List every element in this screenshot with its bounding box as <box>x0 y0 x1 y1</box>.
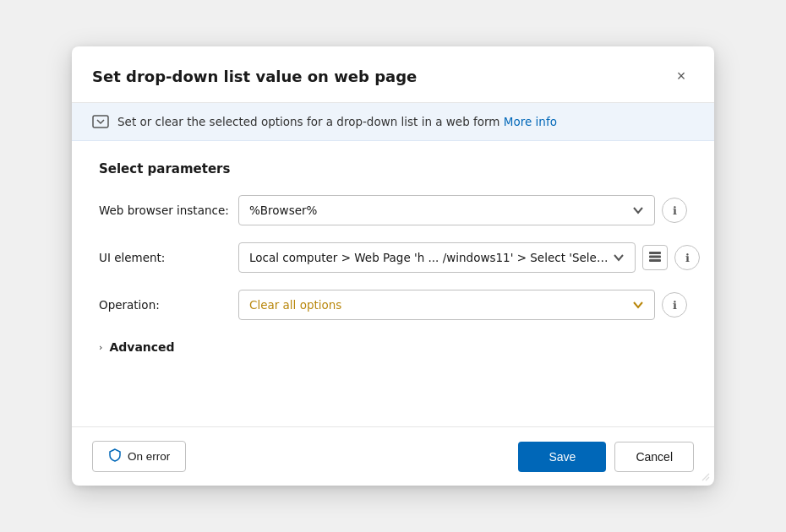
advanced-label: Advanced <box>109 340 174 354</box>
dialog-body: Select parameters Web browser instance: … <box>72 141 714 426</box>
info-banner: Set or clear the selected options for a … <box>72 103 714 141</box>
dialog-footer: On error Save Cancel <box>72 426 714 486</box>
on-error-button[interactable]: On error <box>92 441 186 472</box>
ui-element-info-button[interactable]: ℹ <box>674 245 700 270</box>
svg-line-5 <box>706 477 709 480</box>
advanced-chevron-icon: › <box>99 342 102 353</box>
stack-icon <box>648 251 662 265</box>
operation-row: Operation: Clear all options ℹ <box>99 290 687 320</box>
dialog-header: Set drop-down list value on web page × <box>72 46 714 103</box>
close-icon: × <box>677 68 686 85</box>
ui-element-control: Local computer > Web Page 'h ... /window… <box>238 242 700 273</box>
ui-element-row: UI element: Local computer > Web Page 'h… <box>99 242 687 273</box>
shield-icon <box>108 448 122 464</box>
svg-rect-0 <box>93 116 108 128</box>
svg-line-4 <box>702 474 709 480</box>
footer-right-actions: Save Cancel <box>518 442 694 472</box>
web-browser-control: %Browser% ℹ <box>238 195 687 225</box>
advanced-section[interactable]: › Advanced <box>99 337 687 357</box>
ui-element-select[interactable]: Local computer > Web Page 'h ... /window… <box>238 242 636 273</box>
dialog-title: Set drop-down list value on web page <box>92 68 417 85</box>
close-button[interactable]: × <box>669 63 694 89</box>
ui-element-chevron-icon <box>613 252 625 263</box>
info-icon-3: ℹ <box>673 299 677 312</box>
resize-handle[interactable] <box>701 472 711 482</box>
section-title: Select parameters <box>99 161 687 176</box>
web-browser-select[interactable]: %Browser% <box>238 195 655 225</box>
dropdown-icon <box>92 115 109 128</box>
operation-label: Operation: <box>99 298 238 312</box>
operation-select[interactable]: Clear all options <box>238 290 655 320</box>
web-browser-value: %Browser% <box>249 204 317 217</box>
svg-rect-2 <box>649 255 661 258</box>
operation-chevron-icon <box>632 299 644 311</box>
cancel-button[interactable]: Cancel <box>614 442 694 472</box>
ui-element-stack-button[interactable] <box>642 245 668 270</box>
svg-rect-3 <box>649 259 661 262</box>
ui-element-value: Local computer > Web Page 'h ... /window… <box>249 251 613 264</box>
on-error-label: On error <box>128 450 170 463</box>
save-button[interactable]: Save <box>518 442 606 472</box>
web-browser-label: Web browser instance: <box>99 204 238 217</box>
info-icon-2: ℹ <box>685 252 690 264</box>
info-icon: ℹ <box>673 204 677 217</box>
more-info-link[interactable]: More info <box>504 115 557 128</box>
operation-value: Clear all options <box>249 298 341 312</box>
web-browser-chevron-icon <box>632 204 644 216</box>
web-browser-row: Web browser instance: %Browser% ℹ <box>99 195 687 225</box>
operation-info-button[interactable]: ℹ <box>662 292 687 318</box>
banner-text: Set or clear the selected options for a … <box>117 115 557 128</box>
web-browser-info-button[interactable]: ℹ <box>662 198 687 223</box>
ui-element-label: UI element: <box>99 251 238 264</box>
svg-rect-1 <box>649 252 661 254</box>
dialog: Set drop-down list value on web page × S… <box>72 46 714 486</box>
operation-control: Clear all options ℹ <box>238 290 687 320</box>
